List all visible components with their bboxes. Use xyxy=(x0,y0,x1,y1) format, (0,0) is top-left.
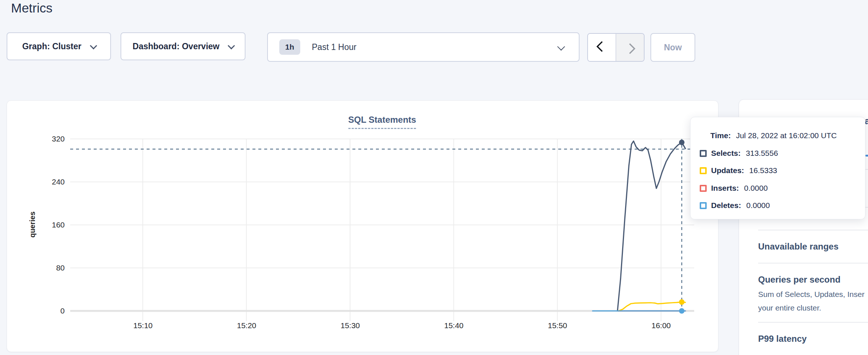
sidebar-stat-description-line: your entire cluster. xyxy=(758,304,821,312)
y-tick: 80 xyxy=(7,263,65,273)
tooltip-updates-row: Updates: 16.5333 xyxy=(700,165,777,176)
y-tick: 320 xyxy=(7,134,65,144)
hover-dot-selects xyxy=(679,140,685,145)
y-tick: 160 xyxy=(7,220,65,230)
chevron-right-icon xyxy=(625,43,636,54)
x-tick: 15:40 xyxy=(434,321,474,330)
sidebar-stat-unavailable-ranges: Unavailable ranges xyxy=(758,241,839,252)
x-tick: 15:20 xyxy=(226,321,267,330)
inserts-swatch-icon xyxy=(700,185,707,192)
sidebar-stat-description-line: Sum of Selects, Updates, Inser xyxy=(758,290,864,299)
prev-range-button[interactable] xyxy=(588,34,616,61)
next-range-button[interactable] xyxy=(616,34,644,61)
sql-statements-chart-card[interactable]: SQL Statements queries 0 80 160 240 320 … xyxy=(7,100,718,352)
graph-scope-label: Graph: Cluster xyxy=(22,42,81,51)
tooltip-inserts-row: Inserts: 0.0000 xyxy=(700,183,768,193)
x-tick: 15:30 xyxy=(330,321,370,330)
updates-swatch-icon xyxy=(700,167,707,174)
x-tick: 15:50 xyxy=(537,321,578,330)
sql-statements-plot[interactable] xyxy=(7,101,718,352)
sidebar-stat-queries-per-second: Queries per second xyxy=(758,275,840,285)
now-button-label: Now xyxy=(664,43,682,53)
hover-dot-updates xyxy=(679,299,685,305)
chart-hover-tooltip: Time: Jul 28, 2022 at 16:02:00 UTC Selec… xyxy=(690,117,865,219)
series-line-updates xyxy=(618,302,685,311)
chevron-left-icon xyxy=(596,41,607,52)
y-tick: 240 xyxy=(7,177,65,187)
dashboard-dropdown[interactable]: Dashboard: Overview xyxy=(121,32,245,60)
tooltip-time-label: Time: xyxy=(710,131,731,140)
chevron-down-icon xyxy=(90,42,97,50)
clipped-link-fragment xyxy=(865,155,868,157)
metrics-page: Metrics Graph: Cluster Dashboard: Overvi… xyxy=(0,0,868,355)
tooltip-time-row: Time: Jul 28, 2022 at 16:02:00 UTC xyxy=(710,130,837,141)
x-tick: 16:00 xyxy=(641,321,681,330)
divider xyxy=(758,322,868,323)
graph-scope-dropdown[interactable]: Graph: Cluster xyxy=(7,32,111,60)
chevron-down-icon xyxy=(228,42,235,50)
now-button[interactable]: Now xyxy=(650,33,695,62)
divider xyxy=(758,263,868,263)
y-tick: 0 xyxy=(7,306,65,316)
sidebar-stat-p99-latency: P99 latency xyxy=(758,334,807,344)
tooltip-deletes-row: Deletes: 0.0000 xyxy=(700,200,770,211)
x-tick: 15:10 xyxy=(123,321,163,330)
selects-swatch-icon xyxy=(700,150,707,157)
time-range-badge: 1h xyxy=(279,39,300,55)
tooltip-selects-row: Selects: 313.5556 xyxy=(700,148,778,158)
time-nav-arrows xyxy=(587,33,645,62)
divider xyxy=(758,230,868,230)
dashboard-label: Dashboard: Overview xyxy=(133,42,219,51)
series-line-selects xyxy=(617,141,685,311)
chevron-down-icon xyxy=(557,43,565,50)
hover-dot-deletes xyxy=(679,308,685,314)
page-title: Metrics xyxy=(11,1,53,15)
deletes-swatch-icon xyxy=(700,202,707,209)
time-range-selector[interactable]: 1h Past 1 Hour xyxy=(267,32,580,62)
time-range-label: Past 1 Hour xyxy=(312,42,356,52)
tooltip-time-value: Jul 28, 2022 at 16:02:00 UTC xyxy=(736,131,837,140)
